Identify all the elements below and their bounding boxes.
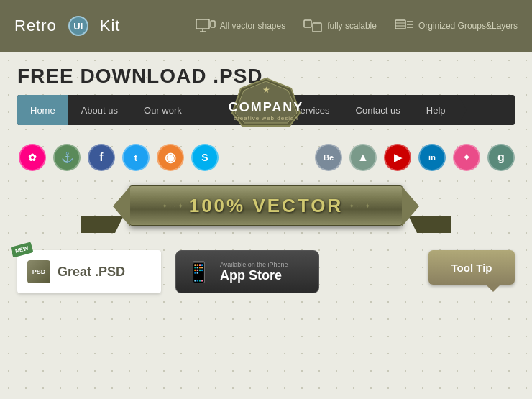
nav-item-home[interactable]: Home (17, 95, 68, 125)
ribbon-star-left: ✦ · · ✦ (162, 202, 183, 210)
top-bar: Retro UI Kit All vector shapes fully sca… (0, 0, 532, 52)
scalable-icon (303, 19, 323, 33)
nav-item-work[interactable]: Our work (131, 95, 195, 125)
tooltip-card[interactable]: Tool Tip (428, 250, 515, 285)
tooltip-label: Tool Tip (451, 262, 492, 274)
ribbon-text: 100% VECTOR (189, 195, 344, 217)
new-badge: NEW (11, 242, 34, 258)
social-dribbble[interactable]: ✦ (453, 144, 480, 171)
company-badge: ★ COMPANY creative web design (226, 75, 306, 133)
phone-icon: 📱 (186, 260, 211, 284)
ribbon-right-notch (402, 186, 419, 226)
svg-rect-0 (196, 19, 209, 29)
social-behance[interactable]: Bē (315, 144, 342, 171)
social-rss[interactable]: ◉ (157, 144, 184, 171)
appstore-name: App Store (220, 268, 288, 283)
layers-icon (394, 19, 414, 33)
ribbon-left-notch (113, 186, 130, 226)
nav-left: Home About us Our work (17, 95, 238, 125)
appstore-available-text: Available on the iPhone (220, 261, 288, 268)
social-youtube[interactable]: ▶ (384, 144, 411, 171)
company-logo-center: ★ COMPANY creative web design (226, 75, 306, 133)
psd-icon: PSD (27, 260, 50, 283)
main-area: FREE DOWNLOAD .PSD Home About us Our wor… (0, 52, 532, 399)
appstore-text: Available on the iPhone App Store (220, 261, 288, 283)
social-linkedin[interactable]: in (418, 144, 446, 171)
social-icons-row: ✿ ⚓ f t ◉ S Bē ▲ ▶ in ✦ g (17, 144, 515, 171)
company-sub: creative web design (229, 115, 304, 121)
svg-rect-3 (211, 21, 215, 27)
feature-list: All vector shapes fully scalable Orginiz… (196, 19, 518, 33)
social-mountain[interactable]: ▲ (349, 144, 377, 171)
feature-scalable-label: fully scalable (327, 21, 377, 31)
svg-rect-4 (304, 20, 311, 27)
feature-layers-label: Orginized Groups&Layers (418, 21, 518, 31)
feature-vector: All vector shapes (196, 19, 285, 33)
great-psd-card: NEW PSD Great .PSD (17, 250, 161, 293)
social-goodreads[interactable]: g (487, 144, 515, 171)
svg-rect-6 (395, 20, 405, 29)
svg-text:★: ★ (262, 85, 270, 95)
tooltip-card-wrapper: Tool Tip (428, 250, 515, 285)
social-skype[interactable]: S (191, 144, 219, 171)
social-facebook[interactable]: f (88, 144, 115, 171)
nav-item-help[interactable]: Help (413, 95, 459, 125)
social-anchor[interactable]: ⚓ (53, 144, 81, 171)
nav-end-arrow (458, 95, 467, 125)
great-psd-label: Great .PSD (58, 265, 125, 280)
bottom-cards-row: NEW PSD Great .PSD 📱 Available on the iP… (17, 250, 515, 293)
ribbon-star-right: ✦ · · ✦ (349, 202, 370, 210)
social-twitter[interactable]: t (122, 144, 150, 171)
feature-scalable: fully scalable (303, 19, 377, 33)
tooltip-arrow (486, 285, 500, 292)
feature-vector-label: All vector shapes (220, 21, 285, 31)
ribbon-main: ✦ · · ✦ 100% VECTOR ✦ · · ✦ (129, 185, 403, 226)
nav-bar: Home About us Our work ★ COMPANY creativ… (17, 95, 515, 125)
monitor-icon (196, 19, 216, 33)
logo-retro: Retro (14, 17, 57, 35)
appstore-card[interactable]: 📱 Available on the iPhone App Store (175, 250, 319, 293)
svg-rect-5 (313, 23, 321, 32)
nav-item-about[interactable]: About us (68, 95, 131, 125)
logo-ui-badge: UI (68, 16, 88, 36)
social-right-group: Bē ▲ ▶ in ✦ g (315, 144, 515, 171)
nav-item-contact[interactable]: Contact us (343, 95, 413, 125)
logo-kit: Kit (100, 17, 121, 35)
company-name: COMPANY (229, 100, 304, 115)
feature-layers: Orginized Groups&Layers (394, 19, 518, 33)
ribbon-section: ✦ · · ✦ 100% VECTOR ✦ · · ✦ (17, 183, 515, 237)
social-flickr[interactable]: ✿ (19, 144, 46, 171)
